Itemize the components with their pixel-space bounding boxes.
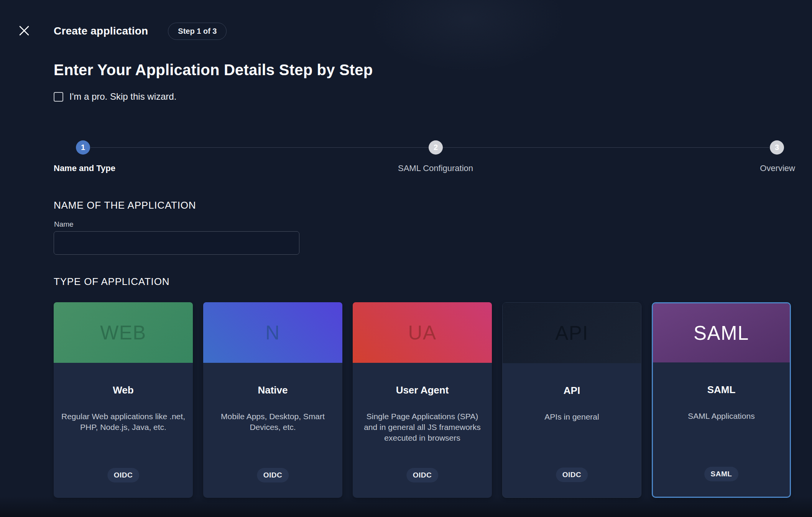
step-number: 3	[775, 143, 779, 152]
type-card-title: Native	[203, 384, 342, 396]
step-circle-3: 3	[770, 140, 784, 155]
type-card-title: User Agent	[353, 384, 492, 396]
close-button[interactable]	[17, 24, 31, 38]
skip-wizard-label: I'm a pro. Skip this wizard.	[69, 91, 176, 102]
type-card-web[interactable]: WEB Web Regular Web applications like .n…	[54, 302, 193, 498]
type-card-saml[interactable]: SAML SAML SAML Applications SAML	[652, 302, 791, 498]
step-counter-badge: Step 1 of 3	[168, 23, 227, 40]
wizard-header: Create application Step 1 of 3	[17, 21, 227, 41]
type-card-description: Single Page Applications (SPA) and in ge…	[353, 411, 492, 443]
step-number: 2	[434, 143, 438, 152]
name-field-label: Name	[54, 220, 74, 229]
page-title: Create application	[54, 25, 148, 37]
type-card-native-banner: N	[203, 302, 342, 363]
skip-wizard-checkbox[interactable]	[54, 92, 63, 102]
protocol-badge: OIDC	[107, 468, 140, 482]
type-card-title: Web	[54, 384, 193, 396]
protocol-badge: SAML	[704, 467, 739, 481]
step-label-saml-configuration: SAML Configuration	[398, 163, 473, 173]
type-card-api-banner: API	[503, 303, 641, 363]
type-card-web-banner: WEB	[54, 302, 193, 363]
application-type-cards: WEB Web Regular Web applications like .n…	[54, 302, 791, 498]
type-card-saml-banner: SAML	[653, 303, 790, 362]
step-number: 1	[81, 143, 85, 152]
type-card-description: APIs in general	[503, 412, 641, 422]
type-card-description: Regular Web applications like .net, PHP,…	[54, 411, 193, 433]
protocol-badge: OIDC	[556, 468, 588, 482]
type-card-api[interactable]: API API APIs in general OIDC	[502, 302, 641, 498]
background-glow	[368, 0, 567, 73]
type-card-title: SAML	[653, 384, 790, 396]
background-bottom-shade	[0, 496, 812, 517]
type-card-user-agent[interactable]: UA User Agent Single Page Applications (…	[353, 302, 492, 498]
type-section-title: TYPE OF APPLICATION	[54, 276, 169, 288]
type-card-title: API	[503, 385, 641, 397]
name-section-title: NAME OF THE APPLICATION	[54, 199, 196, 211]
step-label-overview: Overview	[760, 163, 795, 173]
wizard-heading: Enter Your Application Details Step by S…	[54, 61, 373, 79]
wizard-stepper: 1 2 3 Name and Type SAML Configuration O…	[54, 140, 795, 179]
close-icon	[18, 25, 30, 38]
type-card-user-agent-banner: UA	[353, 302, 492, 363]
type-card-native[interactable]: N Native Mobile Apps, Desktop, Smart Dev…	[203, 302, 342, 498]
name-input[interactable]	[54, 231, 299, 255]
protocol-badge: OIDC	[257, 468, 289, 482]
protocol-badge: OIDC	[406, 468, 439, 482]
step-label-name-and-type: Name and Type	[54, 163, 115, 173]
type-card-description: SAML Applications	[653, 411, 790, 422]
step-circle-1: 1	[76, 140, 90, 155]
skip-wizard-option[interactable]: I'm a pro. Skip this wizard.	[54, 91, 176, 102]
step-circle-2: 2	[429, 140, 443, 155]
type-card-description: Mobile Apps, Desktop, Smart Devices, etc…	[203, 411, 342, 433]
